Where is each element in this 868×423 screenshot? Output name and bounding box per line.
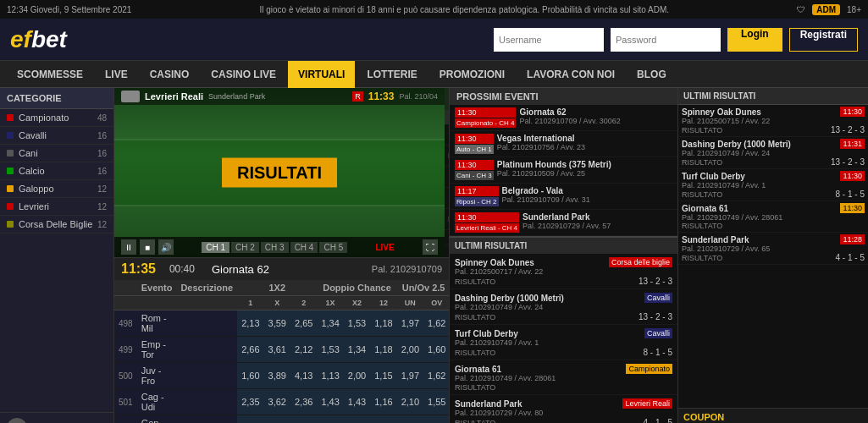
odds-table-wrap: Evento Descrizione 1X2 Doppio Chance Un/…: [114, 280, 449, 423]
header: efbet Login Registrati: [0, 19, 868, 61]
location-name: Sunderland Park: [208, 92, 265, 101]
adm-badge: ADM: [812, 4, 840, 15]
event-type-5: Levrieri Reali - CH 4: [455, 223, 519, 233]
fullscreen-button[interactable]: ⛶: [423, 239, 438, 255]
login-button[interactable]: Login: [727, 28, 782, 52]
virtual-left: Levrieri Reali Sunderland Park R 11:33 P…: [114, 88, 445, 257]
ur-item-4: Giornata 61 11:30 Pal. 2102910749 / Avv.…: [678, 201, 868, 233]
race-table: QUOTE VINCENTI VINCENTE 5 POCO 12.2 ACCO…: [445, 88, 449, 257]
nav-scommesse[interactable]: SCOMMESSE: [7, 61, 93, 88]
cat-cani[interactable]: Cani 16: [0, 145, 113, 162]
col-doppio: Doppio Chance: [317, 280, 396, 296]
cat-corsa-biglie[interactable]: Corsa Delle Biglie 12: [0, 216, 113, 233]
event-time-4: 11:17: [455, 186, 499, 196]
cat-galoppo[interactable]: Galoppo 12: [0, 180, 113, 198]
ch5-tab[interactable]: CH 5: [319, 242, 347, 253]
ur-badge-2: 11:31: [840, 139, 865, 149]
cat-calcio[interactable]: Calcio 16: [0, 162, 113, 180]
race-row-4: 5 POCO 3.11 TRIO A GIRARE 1 2 6 42.2: [445, 188, 449, 209]
ch4-tab[interactable]: CH 4: [290, 242, 318, 253]
top-bar: 12:34 Giovedì, 9 Settembre 2021 Il gioco…: [0, 0, 868, 19]
nav-casino-live[interactable]: CASINO LIVE: [201, 61, 286, 88]
prossimi-eventi-header: PROSSIMI EVENTI: [450, 88, 677, 105]
plus18-badge: 18+: [847, 5, 861, 14]
main-layout: CATEGORIE Campionato 48 Cavalli 16 Cani …: [0, 88, 868, 423]
ch3-tab[interactable]: CH 3: [261, 242, 289, 253]
mid-badge-1: Corsa delle biglie: [609, 257, 672, 267]
register-button[interactable]: Registrati: [789, 28, 858, 52]
mid-res-item-5[interactable]: Sunderland Park Levrieri Reali Pal. 2102…: [450, 395, 677, 423]
cat-campionato[interactable]: Campionato 48: [0, 109, 113, 127]
mid-res-item-3[interactable]: Turf Club Derby Cavalli Pal. 2102910749 …: [450, 325, 677, 360]
ur-badge-3: 11:30: [840, 171, 865, 181]
live-indicator: R: [352, 91, 363, 102]
cat-levrieri[interactable]: Levrieri 12: [0, 198, 113, 216]
nav-lotterie[interactable]: LOTTERIE: [357, 61, 427, 88]
team-flag: [121, 91, 140, 102]
odds-row-501: 501 Cag - Udi 2,35 3,62 2,36 1,43 1,43 1…: [114, 389, 449, 415]
event-item-2[interactable]: 11:30 Auto - CH 1 Vegas International Pa…: [450, 131, 677, 157]
speaker-button[interactable]: 🔊: [158, 239, 174, 255]
password-field[interactable]: [611, 28, 721, 52]
top-bar-right: 🛡 ADM 18+: [797, 4, 861, 15]
event-item-5[interactable]: 11:30 Levrieri Reali - CH 4 Sunderland P…: [450, 210, 677, 236]
event-type-2: Auto - CH 1: [455, 145, 494, 154]
event-item-3[interactable]: 11:30 Cani - CH 3 Platinum Hounds (375 M…: [450, 157, 677, 184]
logo: efbet: [10, 26, 67, 53]
stop-button[interactable]: ■: [140, 239, 155, 255]
mid-res-item-2[interactable]: Dashing Derby (1000 Metri) Cavalli Pal. …: [450, 289, 677, 325]
col-desc: Descrizione: [176, 280, 237, 296]
race-row-1: 5 POCO 12.2 ACCOPPIATA ALL'ORDINE 6 1 65…: [445, 124, 449, 146]
event-item-1[interactable]: 11:30 Campionato - CH 4 Giornata 62 Pal.…: [450, 105, 677, 131]
event-item-4[interactable]: 11:17 Riposi - CH 2 Belgrado - Vala Pal.…: [450, 184, 677, 210]
username-field[interactable]: [494, 28, 604, 52]
col-num: [114, 280, 137, 296]
vincente-label: VINCENTE: [445, 111, 449, 124]
nav-live[interactable]: LIVE: [95, 61, 138, 88]
prossimi-eventi-panel: PROSSIMI EVENTI 11:30 Campionato - CH 4 …: [449, 88, 677, 423]
odds-table-subheader: 1 X 2 1X X2 12 UN OV UN OV: [114, 296, 449, 310]
main-nav: SCOMMESSE LIVE CASINO CASINO LIVE VIRTUA…: [0, 61, 868, 88]
team-name: Levrieri Reali: [145, 91, 203, 102]
logo-ef: ef: [10, 26, 31, 52]
betting-info-bar: 11:35 00:40 Giornata 62 Pal. 2102910709: [114, 257, 449, 280]
ch2-tab[interactable]: CH 2: [231, 242, 259, 253]
virtual-controls: ⏸ ■ 🔊 CH 1 CH 2 CH 3 CH 4 CH 5 LIVE ⛶: [114, 237, 445, 257]
channel-tabs: CH 1 CH 2 CH 3 CH 4 CH 5: [202, 242, 347, 253]
risultati-banner: RISULTATI: [222, 158, 337, 188]
odds-table: Evento Descrizione 1X2 Doppio Chance Un/…: [114, 280, 449, 423]
header-right: Login Registrati: [494, 28, 858, 52]
ultimi-risultati-mid-header: ULTIMI RISULTATI: [450, 236, 677, 254]
nav-promozioni[interactable]: PROMOZIONI: [429, 61, 515, 88]
nav-lavora[interactable]: LAVORA CON NOI: [517, 61, 625, 88]
avatar: [7, 418, 27, 423]
ur-item-3: Turf Club Derby 11:30 Pal. 2102910749 / …: [678, 169, 868, 201]
event-type-3: Cani - CH 3: [455, 171, 494, 180]
mid-res-item-4[interactable]: Giornata 61 Campionato Pal. 2102910749 /…: [450, 360, 677, 395]
mid-res-item-1[interactable]: Spinney Oak Dunes Corsa delle biglie Pal…: [450, 254, 677, 289]
event-time-1: 11:30: [455, 107, 516, 118]
left-panel: CATEGORIE Campionato 48 Cavalli 16 Cani …: [0, 88, 114, 423]
col-unov25: Un/Ov 2.5: [397, 280, 449, 296]
event-info-4: Belgrado - Vala Pal. 2102910709 / Avv. 3…: [502, 186, 672, 204]
nav-blog[interactable]: BLOG: [627, 61, 677, 88]
virtual-title: Levrieri Reali Sunderland Park: [121, 91, 265, 102]
logo-bet: bet: [31, 26, 67, 52]
nav-casino[interactable]: CASINO: [140, 61, 200, 88]
event-time-2: 11:30: [455, 134, 494, 144]
ur-badge-4: 11:30: [840, 203, 865, 213]
ur-badge-5: 11:28: [840, 234, 865, 244]
event-info-3: Platinum Hounds (375 Metri) Pal. 2102910…: [497, 160, 672, 178]
event-time-5: 11:30: [455, 212, 519, 222]
mid-badge-3: Cavalli: [644, 328, 672, 338]
ch1-tab[interactable]: CH 1: [202, 242, 229, 253]
center-panel: Levrieri Reali Sunderland Park R 11:33 P…: [114, 88, 449, 423]
odds-row-499: 499 Emp - Tor 2,66 3,61 2,12 1,53 1,34 1…: [114, 337, 449, 363]
coupon-label: COUPON: [683, 412, 863, 422]
far-right-panel: ULTIMI RISULTATI Spinney Oak Dunes 11:30…: [677, 88, 868, 423]
cat-cavalli[interactable]: Cavalli 16: [0, 127, 113, 145]
pause-button[interactable]: ⏸: [121, 239, 136, 255]
nav-virtuali[interactable]: VIRTUALI: [288, 61, 355, 88]
ur-item-1: Spinney Oak Dunes 11:30 Pal. 2102500715 …: [678, 105, 868, 137]
ur-badge-1: 11:30: [840, 107, 865, 117]
